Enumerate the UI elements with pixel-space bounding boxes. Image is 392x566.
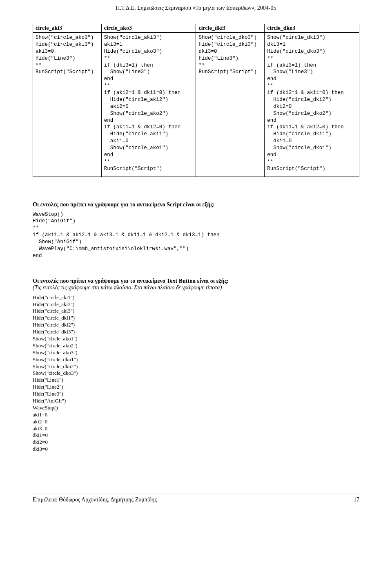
cell-dko3: Show("circle_dki3") dki3=1 Hide("circle_…: [265, 33, 359, 177]
col-header-dki3: circle_dki3: [196, 24, 265, 33]
cell-ako3: Show("circle_aki3") aki3=1 Hide("circle_…: [101, 33, 196, 177]
col-header-dko3: circle_dko3: [265, 24, 359, 33]
col-header-aki3: circle_aki3: [33, 24, 102, 33]
page-footer: Επιμέλεια: Θόδωρος Αρχοντίδης, Δημήτρης …: [33, 494, 359, 503]
footer-page-number: 17: [354, 497, 359, 503]
footer-left: Επιμέλεια: Θόδωρος Αρχοντίδης, Δημήτρης …: [33, 497, 157, 503]
code-dki3: Show("circle_dko3") Hide("circle_dki3") …: [198, 34, 262, 76]
page-header: Π.Τ.Δ.Ε. Σημειώσεις Σεμιναρίου «Τα μήλα …: [33, 0, 359, 24]
textbutton-heading: Οι εντολές που πρέπει να γράψουμε για το…: [33, 278, 229, 284]
cell-aki3: Show("circle_ako3") Hide("circle_aki3") …: [33, 33, 102, 177]
code-aki3: Show("circle_ako3") Hide("circle_aki3") …: [36, 34, 99, 76]
textbutton-list: Hide("circle_aki1") Hide("circle_aki2") …: [33, 294, 359, 453]
code-dko3: Show("circle_dki3") dki3=1 Hide("circle_…: [267, 34, 356, 172]
col-header-ako3: circle_ako3: [101, 24, 196, 33]
cell-dki3: Show("circle_dko3") Hide("circle_dki3") …: [196, 33, 265, 177]
script-heading: Οι εντολές που πρέπει να γράψουμε για το…: [33, 201, 359, 208]
code-table: circle_aki3 circle_ako3 circle_dki3 circ…: [33, 24, 359, 177]
textbutton-note: (Τις εντολές τις γράφουμε στο κάτω πλαίσ…: [33, 284, 222, 291]
script-code: WaveStop() Hide("AniGif") ** if (aki1=1 …: [33, 211, 359, 260]
code-ako3: Show("circle_aki3") aki3=1 Hide("circle_…: [104, 34, 194, 172]
